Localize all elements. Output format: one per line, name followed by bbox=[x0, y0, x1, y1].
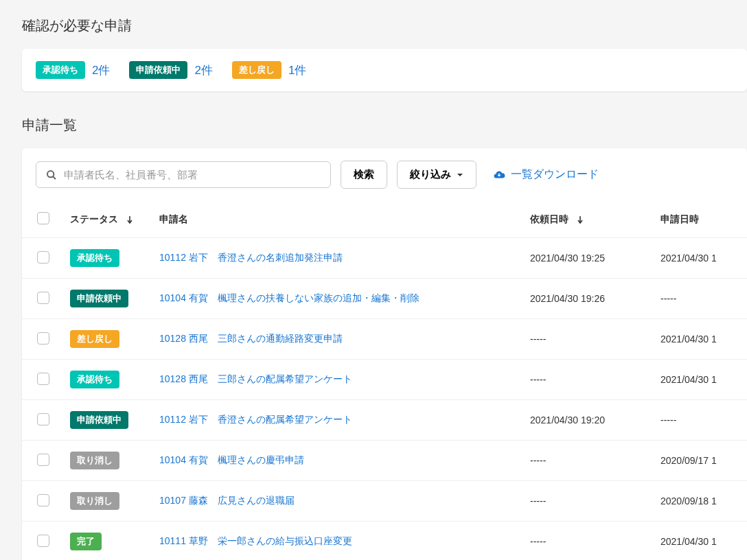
column-header-name: 申請名 bbox=[152, 201, 523, 238]
download-link-label: 一覧ダウンロード bbox=[511, 167, 599, 182]
column-header-request-date[interactable]: 依頼日時 bbox=[530, 213, 584, 226]
row-checkbox[interactable] bbox=[37, 292, 49, 304]
apply-date-cell: ----- bbox=[654, 400, 747, 441]
apply-date-cell: ----- bbox=[654, 279, 747, 319]
search-input-wrap[interactable] bbox=[36, 161, 331, 188]
status-badge: 申請依頼中 bbox=[70, 290, 128, 307]
status-badge: 完了 bbox=[70, 533, 102, 550]
application-link[interactable]: 10111 草野 栄一郎さんの給与振込口座変更 bbox=[159, 535, 352, 546]
filter-button[interactable]: 絞り込み bbox=[397, 161, 476, 189]
sort-arrow-down-icon bbox=[126, 215, 133, 224]
status-badge: 承認待ち bbox=[36, 61, 85, 79]
application-link[interactable]: 10107 藤森 広見さんの退職届 bbox=[159, 495, 295, 506]
summary-item[interactable]: 申請依頼中2件 bbox=[129, 61, 212, 79]
request-date-cell: 2021/04/30 19:25 bbox=[523, 238, 654, 279]
table-row: 取り消し10104 有賀 楓理さんの慶弔申請-----2020/09/17 1 bbox=[22, 441, 747, 481]
select-all-checkbox[interactable] bbox=[37, 212, 49, 224]
table-row: 差し戻し10128 西尾 三郎さんの通勤経路変更申請-----2021/04/3… bbox=[22, 319, 747, 360]
apply-date-cell: 2021/04/30 1 bbox=[654, 360, 747, 400]
apply-date-cell: 2021/04/30 1 bbox=[654, 522, 747, 561]
row-checkbox[interactable] bbox=[37, 454, 49, 466]
search-button[interactable]: 検索 bbox=[341, 161, 387, 189]
filter-button-label: 絞り込み bbox=[410, 168, 451, 181]
list-section-title: 申請一覧 bbox=[22, 116, 747, 135]
request-date-cell: ----- bbox=[523, 360, 654, 400]
status-badge: 差し戻し bbox=[232, 61, 281, 79]
svg-point-0 bbox=[47, 171, 54, 177]
application-link[interactable]: 10112 岩下 香澄さんの配属希望アンケート bbox=[159, 414, 352, 425]
application-link[interactable]: 10128 西尾 三郎さんの配属希望アンケート bbox=[159, 373, 352, 384]
row-checkbox[interactable] bbox=[37, 332, 49, 345]
column-header-request-date-label: 依頼日時 bbox=[530, 213, 568, 226]
caret-down-icon bbox=[457, 172, 463, 178]
row-checkbox[interactable] bbox=[37, 251, 49, 264]
pending-section-title: 確認が必要な申請 bbox=[22, 16, 747, 35]
application-link[interactable]: 10104 有賀 楓理さんの慶弔申請 bbox=[159, 454, 304, 465]
request-date-cell: ----- bbox=[523, 441, 654, 481]
summary-count: 2件 bbox=[92, 62, 110, 78]
application-link[interactable]: 10104 有賀 楓理さんの扶養しない家族の追加・編集・削除 bbox=[159, 292, 420, 303]
row-checkbox[interactable] bbox=[37, 494, 49, 506]
status-badge: 承認待ち bbox=[70, 249, 119, 267]
status-badge: 取り消し bbox=[70, 452, 119, 469]
summary-count: 2件 bbox=[194, 62, 212, 78]
search-icon bbox=[46, 170, 57, 180]
summary-item[interactable]: 承認待ち2件 bbox=[36, 61, 110, 79]
toolbar: 検索 絞り込み 一覧ダウンロード bbox=[22, 148, 747, 201]
search-input[interactable] bbox=[64, 169, 321, 180]
table-row: 承認待ち10112 岩下 香澄さんの名刺追加発注申請2021/04/30 19:… bbox=[22, 238, 747, 279]
cloud-download-icon bbox=[493, 169, 505, 181]
summary-count: 1件 bbox=[288, 62, 306, 78]
status-badge: 承認待ち bbox=[70, 371, 119, 388]
column-header-apply-date: 申請日時 bbox=[654, 201, 747, 238]
list-card: 検索 絞り込み 一覧ダウンロード ステータス bbox=[22, 148, 747, 560]
request-date-cell: ----- bbox=[523, 522, 654, 561]
status-badge: 取り消し bbox=[70, 492, 119, 510]
table-row: 申請依頼中10112 岩下 香澄さんの配属希望アンケート2021/04/30 1… bbox=[22, 400, 747, 441]
apply-date-cell: 2020/09/18 1 bbox=[654, 481, 747, 522]
request-date-cell: ----- bbox=[523, 481, 654, 522]
application-link[interactable]: 10128 西尾 三郎さんの通勤経路変更申請 bbox=[159, 333, 343, 344]
table-row: 完了10111 草野 栄一郎さんの給与振込口座変更-----2021/04/30… bbox=[22, 522, 747, 561]
table-row: 承認待ち10128 西尾 三郎さんの配属希望アンケート-----2021/04/… bbox=[22, 360, 747, 400]
status-badge: 差し戻し bbox=[70, 330, 119, 348]
apply-date-cell: 2021/04/30 1 bbox=[654, 238, 747, 279]
row-checkbox[interactable] bbox=[37, 535, 49, 547]
table-row: 申請依頼中10104 有賀 楓理さんの扶養しない家族の追加・編集・削除2021/… bbox=[22, 279, 747, 319]
download-link[interactable]: 一覧ダウンロード bbox=[493, 167, 599, 182]
apply-date-cell: 2020/09/17 1 bbox=[654, 441, 747, 481]
request-date-cell: 2021/04/30 19:20 bbox=[523, 400, 654, 441]
row-checkbox[interactable] bbox=[37, 413, 49, 425]
row-checkbox[interactable] bbox=[37, 373, 49, 385]
applications-table: ステータス 申請名 依頼日時 申請日時 bbox=[22, 201, 747, 560]
table-row: 取り消し10107 藤森 広見さんの退職届-----2020/09/18 1 bbox=[22, 481, 747, 522]
application-link[interactable]: 10112 岩下 香澄さんの名刺追加発注申請 bbox=[159, 252, 343, 263]
svg-line-1 bbox=[53, 176, 56, 179]
request-date-cell: ----- bbox=[523, 319, 654, 360]
status-badge: 申請依頼中 bbox=[70, 411, 128, 429]
summary-item[interactable]: 差し戻し1件 bbox=[232, 61, 306, 79]
apply-date-cell: 2021/04/30 1 bbox=[654, 319, 747, 360]
sort-arrow-down-icon bbox=[577, 215, 584, 224]
status-badge: 申請依頼中 bbox=[129, 61, 187, 79]
request-date-cell: 2021/04/30 19:26 bbox=[523, 279, 654, 319]
table-wrap: ステータス 申請名 依頼日時 申請日時 bbox=[22, 201, 747, 560]
column-header-status[interactable]: ステータス bbox=[70, 213, 133, 226]
summary-card: 承認待ち2件申請依頼中2件差し戻し1件 bbox=[22, 49, 747, 91]
column-header-status-label: ステータス bbox=[70, 213, 118, 226]
